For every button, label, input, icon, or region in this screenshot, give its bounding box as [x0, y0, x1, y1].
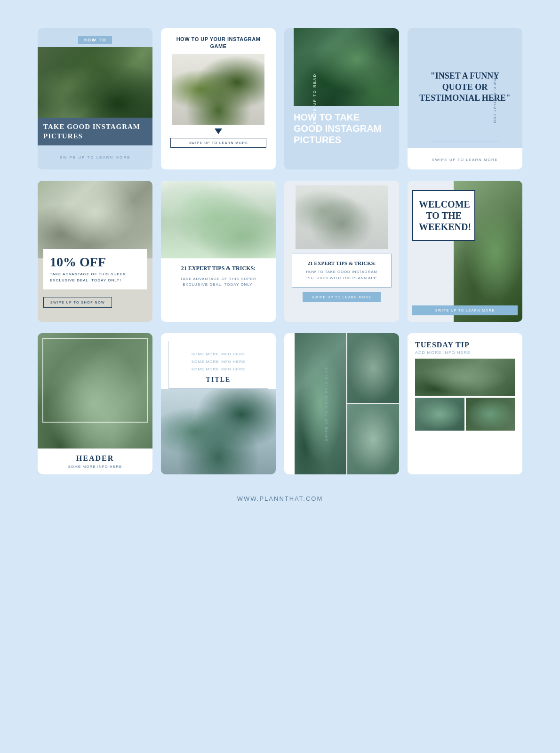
card1-plant-image: [38, 47, 152, 118]
card-funny-quote: WWW.PLANNTHAT.COM "INSET A FUNNY QUOTE O…: [408, 28, 522, 169]
card12-tuesday-title: TUESDAY TIP: [415, 341, 515, 349]
card2-plant-image: [172, 54, 264, 125]
card10-text-area: SOME MORE INFO HERE SOME MORE INFO HERE …: [168, 341, 268, 389]
card9-header-title: HEADER: [44, 454, 146, 463]
card6-title: 21 EXPERT TIPS & TRICKS:: [161, 258, 276, 274]
card-blog-snake-plant: SOME MORE INFO HERE SOME MORE INFO HERE …: [161, 333, 276, 474]
card11-photos-area: [295, 333, 399, 474]
card4-quote-area: "INSET A FUNNY QUOTE OR TESTIMONIAL HERE…: [408, 28, 522, 142]
card8-swipe-button[interactable]: SWIPE UP TO LEARN MORE: [412, 305, 518, 315]
card7-info-box: 21 EXPERT TIPS & TRICKS: HOW TO TAKE GOO…: [292, 254, 392, 288]
card5-swipe-area[interactable]: SWIPE UP TO SHOP NOW: [38, 289, 152, 315]
card2-triangle-icon: [215, 128, 222, 134]
card5-desc: TAKE ADVANTAGE OF THIS SUPER EXCLUSIVE D…: [50, 272, 140, 284]
card9-bottom-area: HEADER SOME MORE INFO HERE: [38, 449, 152, 474]
card-instagram-game: HOW TO UP YOUR INSTAGRAM GAME SWIPE UP T…: [161, 28, 276, 169]
card-how-to-pictures: HOW TO TAKE GOOD INSTAGRAM PICTURES SWIP…: [38, 28, 152, 169]
card4-swipe-text: SWIPE UP TO LEARN MORE: [432, 158, 498, 162]
card5-offer-box: 10% OFF TAKE ADVANTAGE OF THIS SUPER EXC…: [43, 249, 147, 289]
row1: HOW TO TAKE GOOD INSTAGRAM PICTURES SWIP…: [38, 28, 522, 169]
card10-snake-plant-image: [161, 389, 276, 474]
card1-swipe-text: SWIPE UP TO LEARN MORE: [59, 155, 130, 160]
card6-desc: TAKE ADVANTAGE OF THIS SUPER EXCLUSIVE D…: [161, 274, 276, 295]
card10-title: TITLE: [176, 376, 260, 384]
card11-photo-small-top: [347, 333, 399, 403]
card7-desc: HOW TO TAKE GOOD INSTAGRAM PICTURES WITH…: [299, 269, 384, 281]
card12-fern-top-photo: [415, 359, 515, 396]
card11-side-text: SWIPE UP TO READ FULL BLOG: [325, 366, 328, 441]
card4-side-text: WWW.PLANNTHAT.COM: [493, 74, 496, 123]
card1-title: TAKE GOOD INSTAGRAM PICTURES: [38, 118, 152, 145]
card5-percent: 10% OFF: [50, 255, 140, 270]
card8-welcome-text: WELCOME TO THE WEEKEND!: [419, 199, 469, 232]
card3-plant-image: [294, 28, 399, 106]
card2-top-text: HOW TO UP YOUR INSTAGRAM GAME: [161, 28, 276, 54]
card-header-succulent: HEADER SOME MORE INFO HERE: [38, 333, 152, 474]
card-swipe-full-blog: SWIPE UP TO READ FULL BLOG: [284, 333, 399, 474]
footer-url: WWW.PLANNTHAT.COM: [237, 495, 323, 502]
card7-swipe-button[interactable]: SWIPE UP TO LEARN MORE: [303, 292, 381, 302]
card-swipe-up-read: SWIPE UP TO READ HOW TO TAKE GOOD INSTAG…: [284, 28, 399, 169]
card12-header-area: TUESDAY TIP ADD MORE INFO HERE: [408, 333, 522, 359]
how-to-badge: HOW TO: [78, 36, 112, 44]
card8-welcome-box: WELCOME TO THE WEEKEND!: [412, 190, 475, 241]
card4-quote: "INSET A FUNNY QUOTE OR TESTIMONIAL HERE…: [417, 71, 513, 104]
footer: WWW.PLANNTHAT.COM: [237, 495, 323, 502]
card5-swipe-button[interactable]: SWIPE UP TO SHOP NOW: [43, 297, 112, 308]
card3-bottom-area: HOW TO TAKE GOOD INSTAGRAM PICTURES: [284, 106, 399, 150]
card7-plant-image: [296, 185, 387, 249]
card4-triangle-icon: [461, 142, 469, 148]
card-tuesday-tip: TUESDAY TIP ADD MORE INFO HERE: [408, 333, 522, 474]
row3: HEADER SOME MORE INFO HERE SOME MORE INF…: [38, 333, 522, 474]
card1-swipe-area[interactable]: SWIPE UP TO LEARN MORE: [38, 145, 152, 167]
card12-leaf-bottom-left: [415, 398, 464, 431]
card11-photo-big: [295, 333, 346, 474]
card11-photo-small-bottom: [347, 404, 399, 474]
card12-photos-grid: [408, 359, 522, 438]
card9-white-frame: [42, 338, 148, 423]
card12-add-info: ADD MORE INFO HERE: [415, 350, 515, 355]
card10-some-text: SOME MORE INFO HERE SOME MORE INFO HERE …: [176, 351, 260, 373]
card-10-percent-off: 10% OFF TAKE ADVANTAGE OF THIS SUPER EXC…: [38, 181, 152, 322]
card1-label-area: HOW TO: [38, 28, 152, 47]
card6-fern-photo: [161, 181, 276, 258]
card5-bg-photo: [38, 181, 152, 258]
card3-title: HOW TO TAKE GOOD INSTAGRAM PICTURES: [294, 112, 390, 145]
card9-header-sub: SOME MORE INFO HERE: [44, 465, 146, 469]
card-21-tips-box: 21 EXPERT TIPS & TRICKS: HOW TO TAKE GOO…: [284, 181, 399, 322]
row2: 10% OFF TAKE ADVANTAGE OF THIS SUPER EXC…: [38, 181, 522, 322]
card3-side-text: SWIPE UP TO READ: [312, 73, 317, 124]
card2-swipe-button[interactable]: SWIPE UP TO LEARN MORE: [170, 138, 266, 148]
card-21-tips-fern: 21 EXPERT TIPS & TRICKS: TAKE ADVANTAGE …: [161, 181, 276, 322]
card-welcome-weekend: WELCOME TO THE WEEKEND! SWIPE UP TO LEAR…: [408, 181, 522, 322]
card4-swipe-area[interactable]: SWIPE UP TO LEARN MORE: [408, 148, 522, 169]
card7-title: 21 EXPERT TIPS & TRICKS:: [299, 260, 384, 266]
card12-leaf-bottom-right: [466, 398, 515, 431]
